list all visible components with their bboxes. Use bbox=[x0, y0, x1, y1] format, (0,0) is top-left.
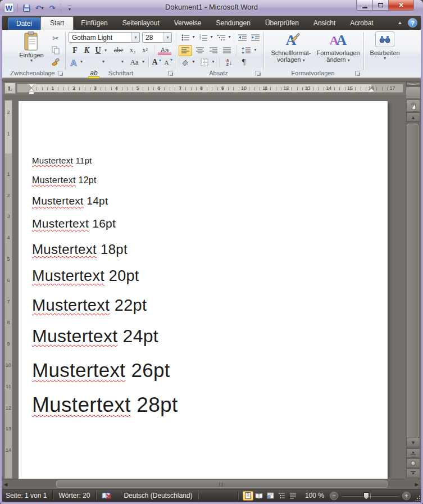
view-print-layout-button[interactable] bbox=[243, 491, 253, 501]
zoom-slider-handle[interactable] bbox=[363, 492, 369, 500]
vertical-ruler[interactable]: 211234567891011121314 bbox=[4, 100, 12, 479]
scroll-left-button[interactable]: ◀ bbox=[1, 480, 10, 488]
justify-button[interactable] bbox=[221, 45, 233, 56]
change-case-caret-icon[interactable]: ▾ bbox=[140, 60, 146, 64]
help-icon[interactable]: ? bbox=[408, 18, 417, 28]
view-draft-button[interactable] bbox=[288, 491, 298, 501]
view-web-layout-button[interactable] bbox=[265, 491, 276, 501]
document-page[interactable]: Mustertext 11ptMustertext 12ptMustertext… bbox=[19, 101, 388, 479]
zoom-in-button[interactable]: + bbox=[402, 492, 411, 500]
font-name-combo[interactable]: Gotham Light ▾ bbox=[69, 32, 140, 43]
tab-sendungen[interactable]: Sendungen bbox=[208, 17, 257, 30]
quick-styles-button[interactable]: A Schnellformat- vorlagen ▾ bbox=[267, 31, 315, 69]
first-line-indent-marker[interactable] bbox=[29, 84, 34, 88]
minimize-button[interactable] bbox=[356, 0, 373, 11]
vertical-scroll-thumb[interactable] bbox=[407, 124, 419, 438]
paragraph-dialog-launcher-icon[interactable] bbox=[256, 71, 261, 76]
borders-caret-icon[interactable]: ▾ bbox=[211, 60, 216, 64]
zoom-slider[interactable] bbox=[342, 492, 398, 500]
numbering-button[interactable]: 12 bbox=[198, 33, 209, 43]
font-size-dropdown-icon[interactable]: ▾ bbox=[163, 33, 171, 42]
line-spacing-button[interactable] bbox=[239, 45, 253, 56]
font-name-dropdown-icon[interactable]: ▾ bbox=[131, 33, 139, 42]
collapse-ribbon-icon[interactable]: ▲ bbox=[397, 20, 403, 25]
format-painter-button[interactable] bbox=[49, 56, 62, 67]
decrease-indent-button[interactable] bbox=[236, 33, 248, 43]
tab-acrobat[interactable]: Acrobat bbox=[343, 17, 380, 30]
select-browse-object-button[interactable] bbox=[406, 458, 420, 468]
subscript-button[interactable]: x₂ bbox=[127, 45, 138, 56]
font-color-caret-icon[interactable]: ▾ bbox=[120, 60, 125, 64]
tab-start[interactable]: Start bbox=[40, 16, 74, 30]
clear-formatting-button[interactable]: Aa bbox=[157, 45, 172, 56]
tab-ansicht[interactable]: Ansicht bbox=[306, 17, 343, 30]
bold-button[interactable]: F bbox=[70, 45, 80, 56]
word-count-status[interactable]: Wörter: 20 bbox=[53, 492, 95, 500]
borders-button[interactable] bbox=[198, 57, 211, 68]
change-case-button[interactable]: Aa bbox=[128, 57, 140, 68]
copy-button[interactable] bbox=[49, 44, 62, 56]
scroll-right-button[interactable]: ▶ bbox=[412, 480, 421, 488]
shrink-font-button[interactable]: A▼ bbox=[163, 57, 174, 68]
text-effects-caret-icon[interactable]: ▾ bbox=[79, 60, 84, 64]
align-center-button[interactable] bbox=[194, 45, 206, 56]
line-spacing-caret-icon[interactable]: ▾ bbox=[253, 48, 258, 52]
previous-page-button[interactable]: ▲ bbox=[406, 448, 420, 458]
split-window-handle[interactable] bbox=[406, 82, 420, 86]
sort-button[interactable]: AZ ↓ bbox=[222, 57, 236, 68]
multilevel-caret-icon[interactable]: ▾ bbox=[227, 35, 232, 39]
proofing-status-button[interactable] bbox=[96, 492, 118, 500]
clipboard-dialog-launcher-icon[interactable] bbox=[58, 71, 63, 76]
strikethrough-button[interactable]: abe bbox=[111, 45, 126, 56]
tab-datei[interactable]: Datei bbox=[8, 17, 40, 30]
tab-einfgen[interactable]: Einfügen bbox=[74, 17, 115, 30]
underline-button[interactable]: U bbox=[93, 45, 103, 56]
italic-button[interactable]: K bbox=[81, 45, 92, 56]
tab-verweise[interactable]: Verweise bbox=[167, 17, 209, 30]
maximize-button[interactable] bbox=[373, 0, 388, 11]
numbering-caret-icon[interactable]: ▾ bbox=[209, 35, 214, 39]
bullets-caret-icon[interactable]: ▾ bbox=[191, 35, 196, 39]
superscript-button[interactable]: x² bbox=[139, 45, 151, 56]
text-effects-button[interactable]: A bbox=[69, 57, 79, 68]
tab-selector-button[interactable]: L bbox=[4, 83, 16, 94]
underline-caret-icon[interactable]: ▾ bbox=[103, 48, 108, 53]
h-ruler-number: 11 bbox=[262, 85, 268, 91]
font-size-combo[interactable]: 28 ▾ bbox=[142, 32, 172, 43]
font-size-value: 28 bbox=[145, 34, 153, 42]
hand-tool-button[interactable] bbox=[406, 99, 420, 112]
page-status[interactable]: Seite: 1 von 1 bbox=[0, 492, 52, 500]
styles-dialog-launcher-icon[interactable] bbox=[355, 71, 360, 76]
paste-button[interactable]: Einfügen ▾ bbox=[16, 31, 47, 69]
horizontal-scroll-thumb[interactable] bbox=[56, 480, 388, 488]
change-styles-button[interactable]: AA Formatvorlagen ändern ▾ bbox=[315, 31, 362, 69]
increase-indent-button[interactable] bbox=[249, 33, 261, 43]
tab-seitenlayout[interactable]: Seitenlayout bbox=[115, 17, 167, 30]
tab-berprfen[interactable]: Überprüfen bbox=[258, 17, 306, 30]
highlight-caret-icon[interactable]: ▾ bbox=[101, 60, 106, 64]
shading-caret-icon[interactable]: ▾ bbox=[191, 60, 196, 64]
align-left-button[interactable] bbox=[179, 45, 192, 56]
bullets-button[interactable] bbox=[180, 33, 191, 43]
horizontal-ruler[interactable]: 1234567891011121314151617 bbox=[17, 84, 403, 93]
font-dialog-launcher-icon[interactable] bbox=[168, 71, 173, 76]
pilcrow-button[interactable]: ¶ bbox=[238, 57, 249, 68]
right-indent-marker[interactable] bbox=[369, 88, 374, 92]
zoom-percentage[interactable]: 100 % bbox=[305, 492, 324, 500]
view-fullscreen-reading-button[interactable] bbox=[254, 491, 265, 501]
cut-button[interactable]: ✂ bbox=[49, 33, 62, 44]
next-page-button[interactable]: ▼ bbox=[406, 469, 420, 478]
language-status[interactable]: Deutsch (Deutschland) bbox=[118, 492, 198, 500]
editing-button[interactable]: Bearbeiten ▾ bbox=[367, 31, 402, 69]
scroll-down-button[interactable]: ▼ bbox=[406, 438, 420, 447]
align-right-button[interactable] bbox=[207, 45, 220, 56]
resize-grip[interactable] bbox=[415, 495, 421, 501]
shading-button[interactable] bbox=[179, 57, 191, 68]
scroll-up-button[interactable]: ▲ bbox=[406, 112, 420, 122]
view-outline-button[interactable] bbox=[276, 491, 287, 501]
grow-font-button[interactable]: A▲ bbox=[152, 57, 162, 68]
close-button[interactable]: × bbox=[388, 0, 414, 11]
zoom-out-button[interactable]: − bbox=[330, 492, 338, 500]
multilevel-list-button[interactable] bbox=[216, 33, 227, 43]
left-indent-marker[interactable] bbox=[29, 92, 34, 94]
